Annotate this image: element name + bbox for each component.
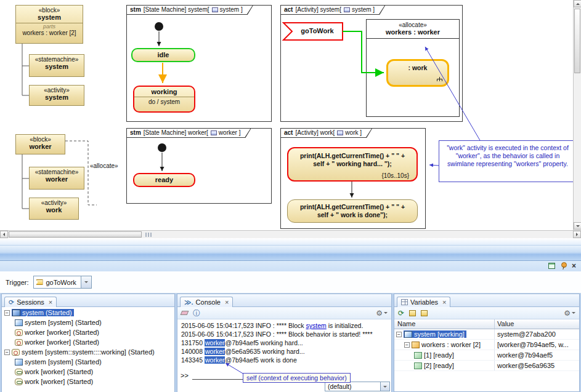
tree-expander[interactable]	[4, 310, 10, 316]
sessions-panel: ⟳ Sessions × system (Started) system [sy…	[1, 294, 175, 392]
duration-constraint: {10s..10s}	[382, 172, 409, 179]
vscroll-thumb[interactable]	[574, 9, 580, 73]
splitter-grip[interactable]	[145, 233, 152, 237]
log-line: 143345 worker@7b94aef5 work is done	[181, 356, 388, 364]
scroll-up-button[interactable]	[574, 0, 581, 7]
statemachine-icon	[15, 339, 23, 346]
statemachine-diagram-icon	[212, 7, 218, 12]
part-icon	[412, 342, 420, 348]
variable-row[interactable]: [1] [ready] worker@7b94aef5	[394, 350, 579, 361]
import-icon[interactable]	[421, 310, 428, 316]
block-system-name: system	[16, 14, 83, 21]
canvas-vertical-scrollbar[interactable]	[573, 0, 581, 230]
block-system-shape[interactable]: «block» system parts workers : worker [2…	[15, 5, 83, 44]
session-item[interactable]: work [worker] (Started)	[2, 377, 174, 386]
action-print-working[interactable]: print(ALH.getCurrentTime() + " " + self …	[287, 147, 418, 182]
prompt-label: >>	[181, 372, 189, 379]
simulation-pane-header	[0, 246, 581, 261]
session-item[interactable]: system (Started)	[2, 308, 174, 318]
tab-sessions[interactable]: ⟳ Sessions ×	[4, 297, 57, 307]
tree-expander[interactable]	[396, 332, 402, 337]
comment-note[interactable]: "work" activity is executed in the conte…	[439, 140, 577, 182]
close-tab-icon[interactable]: ×	[225, 299, 229, 305]
chevron-down-icon	[384, 312, 388, 316]
trigger-dropdown-button[interactable]	[81, 276, 91, 288]
statemachine-diagram-icon	[211, 130, 217, 135]
stm-worker-frame[interactable]: stm[State Machine] worker[worker ]	[126, 128, 272, 204]
variable-row[interactable]: system [working] system@27aba200	[394, 329, 579, 340]
export-icon[interactable]	[409, 310, 416, 316]
tree-expander[interactable]	[4, 350, 10, 355]
action-print-done[interactable]: print(ALH.getCurrentTime() + " " + self …	[287, 199, 418, 223]
signal-icon	[36, 279, 43, 285]
rake-icon	[436, 76, 443, 82]
restore-window-icon[interactable]	[548, 263, 555, 269]
info-icon[interactable]: ⓘ	[193, 310, 200, 317]
script-engine-select[interactable]: (default)	[325, 382, 390, 391]
close-icon[interactable]: ×	[572, 263, 576, 269]
simulation-window: «block» system parts workers : worker [2…	[0, 0, 581, 392]
session-item[interactable]: system [system] (Started)	[2, 357, 174, 367]
scroll-left-button[interactable]	[0, 231, 8, 238]
session-item[interactable]: worker [worker] (Started)	[2, 327, 174, 337]
session-item[interactable]: system [system] (Started)	[2, 318, 174, 327]
state-working[interactable]: working do / system	[133, 86, 195, 113]
gear-icon: ⚙	[376, 310, 383, 317]
splitter-bar[interactable]	[0, 238, 581, 246]
sessions-icon: ⟳	[9, 299, 14, 305]
activity-work-shape[interactable]: «activity» work	[29, 198, 79, 220]
up-arrow-icon	[576, 1, 580, 5]
act-system-frame-tab: act[Activity] system[system ]	[281, 6, 385, 15]
activity-diagram-icon	[337, 130, 343, 135]
column-value[interactable]: Value	[495, 319, 579, 329]
hscroll-thumb[interactable]	[9, 231, 142, 238]
tree-expander[interactable]	[404, 342, 410, 348]
part-workers: workers : worker [2]	[16, 30, 83, 36]
pin-icon[interactable]	[560, 262, 567, 270]
variables-header: Name Value	[394, 319, 579, 329]
variables-panel: Variables × ⟳ ⚙ Name Value system [worki…	[394, 294, 580, 392]
instance-icon	[414, 352, 422, 359]
variables-menu-button[interactable]: ⚙	[564, 310, 575, 317]
engine-dropdown-button[interactable]	[380, 382, 389, 391]
trigger-row: Trigger: goToWork	[0, 271, 581, 294]
state-ready[interactable]: ready	[133, 173, 195, 187]
log-line: 2015-06-05 15:04:17,523 INFO : **** Bloc…	[181, 330, 388, 338]
statemachine-icon	[15, 329, 23, 336]
scroll-right-button[interactable]	[573, 231, 581, 238]
block-worker-shape[interactable]: «block» worker	[15, 134, 65, 154]
column-name[interactable]: Name	[394, 319, 495, 329]
trigger-combobox[interactable]: goToWork	[33, 276, 92, 289]
parts-compartment: parts workers : worker [2]	[16, 23, 83, 36]
variables-tabbar: Variables ×	[394, 294, 579, 307]
close-tab-icon[interactable]: ×	[442, 299, 446, 305]
session-item[interactable]: work [worker] (Started)	[2, 367, 174, 377]
close-tab-icon[interactable]: ×	[49, 299, 52, 305]
refresh-icon[interactable]: ⟳	[398, 310, 404, 317]
clear-console-icon[interactable]	[181, 311, 189, 315]
session-item[interactable]: worker [worker] (Started)	[2, 337, 174, 347]
variable-row[interactable]: workers : worker [2] [worker@7b94aef5, w…	[394, 340, 579, 350]
call-behavior-action-work[interactable]: : work	[386, 59, 449, 87]
selected-text: worker	[205, 339, 225, 346]
element-hyperlink[interactable]: system	[306, 322, 327, 329]
activity-diagram-icon	[344, 7, 350, 12]
activity-system-shape[interactable]: «activity» system	[29, 85, 84, 106]
scroll-down-button[interactable]	[574, 222, 581, 230]
selected-text: worker	[205, 348, 225, 355]
statemachine-worker-shape[interactable]: «statemachine» worker	[29, 167, 84, 190]
state-idle[interactable]: idle	[131, 48, 195, 62]
tab-console[interactable]: ≫. Console ×	[180, 297, 233, 307]
session-item[interactable]: system [system::system::::working] (Star…	[2, 347, 174, 357]
tab-variables[interactable]: Variables ×	[397, 297, 450, 307]
statemachine-system-shape[interactable]: «statemachine» system	[29, 54, 84, 77]
variables-icon	[401, 299, 408, 305]
chevron-down-icon	[383, 386, 387, 390]
statemachine-icon	[12, 349, 20, 356]
diagram-canvas[interactable]: «block» system parts workers : worker [2…	[0, 0, 581, 230]
variable-row[interactable]: [2] [ready] worker@5e6a9635	[394, 361, 579, 371]
console-menu-button[interactable]: ⚙	[376, 310, 388, 317]
canvas-horizontal-scrollbar[interactable]	[0, 230, 581, 238]
accept-event-gotowork[interactable]: goToWork	[292, 27, 343, 34]
gear-icon: ⚙	[564, 310, 571, 317]
